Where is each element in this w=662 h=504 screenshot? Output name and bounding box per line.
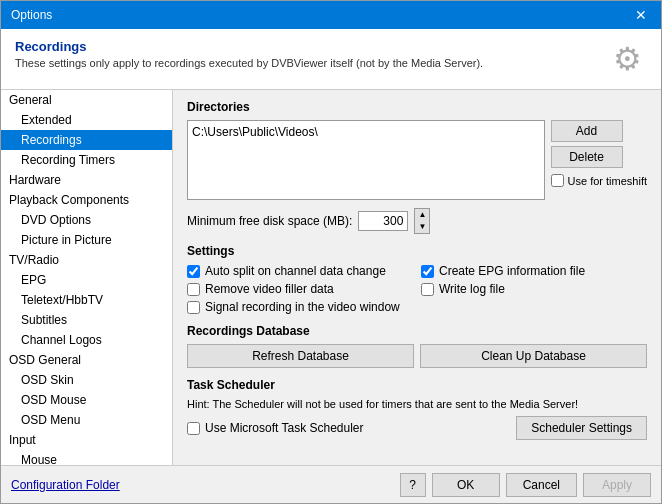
page-description: These settings only apply to recordings …: [15, 57, 483, 69]
bottom-bar: Configuration Folder ? OK Cancel Apply: [1, 465, 661, 503]
sidebar-item-osd-menu[interactable]: OSD Menu: [1, 410, 172, 430]
sidebar-item-picture-in-picture[interactable]: Picture in Picture: [1, 230, 172, 250]
directory-buttons: Add Delete Use for timeshift: [551, 120, 647, 187]
use-timeshift-text: Use for timeshift: [568, 175, 647, 187]
sidebar-item-extended[interactable]: Extended: [1, 110, 172, 130]
help-button[interactable]: ?: [400, 473, 426, 497]
sidebar-item-dvd-options[interactable]: DVD Options: [1, 210, 172, 230]
disk-space-label: Minimum free disk space (MB):: [187, 214, 352, 228]
ms-scheduler-label: Use Microsoft Task Scheduler: [205, 421, 364, 435]
hint-text: Hint: The Scheduler will not be used for…: [187, 398, 647, 410]
gear-icon: ⚙: [607, 39, 647, 79]
directory-entry: C:\Users\Public\Videos\: [192, 125, 540, 139]
remove-video-checkbox[interactable]: [187, 283, 200, 296]
header-area: Recordings These settings only apply to …: [1, 29, 661, 90]
use-timeshift-label[interactable]: Use for timeshift: [551, 174, 647, 187]
sidebar-item-hardware[interactable]: Hardware: [1, 170, 172, 190]
apply-button[interactable]: Apply: [583, 473, 651, 497]
disk-space-input[interactable]: [358, 211, 408, 231]
signal-recording-label: Signal recording in the video window: [205, 300, 400, 314]
sidebar-item-input[interactable]: Input: [1, 430, 172, 450]
sidebar-item-mouse[interactable]: Mouse: [1, 450, 172, 465]
cleanup-database-button[interactable]: Clean Up Database: [420, 344, 647, 368]
bottom-buttons: ? OK Cancel Apply: [400, 473, 651, 497]
write-log-checkbox[interactable]: [421, 283, 434, 296]
main-content: Directories C:\Users\Public\Videos\ Add …: [173, 90, 661, 465]
settings-title: Settings: [187, 244, 647, 258]
ms-scheduler-checkbox-item[interactable]: Use Microsoft Task Scheduler: [187, 421, 364, 435]
window-title: Options: [11, 8, 52, 22]
configuration-folder-link[interactable]: Configuration Folder: [11, 478, 120, 492]
header-text: Recordings These settings only apply to …: [15, 39, 483, 69]
sidebar-item-osd-mouse[interactable]: OSD Mouse: [1, 390, 172, 410]
bottom-left: Configuration Folder: [11, 478, 400, 492]
content-area: General Extended Recordings Recording Ti…: [1, 90, 661, 465]
spinner-down[interactable]: ▼: [415, 221, 429, 233]
close-button[interactable]: ✕: [631, 7, 651, 23]
page-title: Recordings: [15, 39, 483, 54]
directories-row: C:\Users\Public\Videos\ Add Delete Use f…: [187, 120, 647, 200]
auto-split-checkbox-item[interactable]: Auto split on channel data change: [187, 264, 413, 278]
sidebar-item-channel-logos[interactable]: Channel Logos: [1, 330, 172, 350]
scheduler-row: Use Microsoft Task Scheduler Scheduler S…: [187, 416, 647, 440]
sidebar-item-general[interactable]: General: [1, 90, 172, 110]
sidebar-item-osd-skin[interactable]: OSD Skin: [1, 370, 172, 390]
disk-space-row: Minimum free disk space (MB): ▲ ▼: [187, 208, 647, 234]
sidebar-item-epg[interactable]: EPG: [1, 270, 172, 290]
use-timeshift-checkbox[interactable]: [551, 174, 564, 187]
sidebar-item-teletext-hbbtv[interactable]: Teletext/HbbTV: [1, 290, 172, 310]
directories-title: Directories: [187, 100, 647, 114]
directories-section: Directories C:\Users\Public\Videos\ Add …: [187, 100, 647, 234]
settings-section: Settings Auto split on channel data chan…: [187, 244, 647, 314]
scheduler-settings-button[interactable]: Scheduler Settings: [516, 416, 647, 440]
remove-video-label: Remove video filler data: [205, 282, 334, 296]
disk-space-spinner: ▲ ▼: [414, 208, 430, 234]
create-epg-label: Create EPG information file: [439, 264, 585, 278]
ms-scheduler-checkbox[interactable]: [187, 422, 200, 435]
recordings-db-section: Recordings Database Refresh Database Cle…: [187, 324, 647, 368]
sidebar-item-recordings[interactable]: Recordings: [1, 130, 172, 150]
sidebar: General Extended Recordings Recording Ti…: [1, 90, 173, 465]
auto-split-label: Auto split on channel data change: [205, 264, 386, 278]
task-scheduler-section: Task Scheduler Hint: The Scheduler will …: [187, 378, 647, 440]
refresh-database-button[interactable]: Refresh Database: [187, 344, 414, 368]
auto-split-checkbox[interactable]: [187, 265, 200, 278]
delete-button[interactable]: Delete: [551, 146, 623, 168]
checkboxes-grid: Auto split on channel data change Create…: [187, 264, 647, 314]
recordings-db-title: Recordings Database: [187, 324, 647, 338]
add-button[interactable]: Add: [551, 120, 623, 142]
db-buttons-row: Refresh Database Clean Up Database: [187, 344, 647, 368]
task-scheduler-title: Task Scheduler: [187, 378, 647, 392]
create-epg-checkbox-item[interactable]: Create EPG information file: [421, 264, 647, 278]
scheduler-left: Use Microsoft Task Scheduler: [187, 421, 506, 435]
signal-recording-checkbox[interactable]: [187, 301, 200, 314]
write-log-checkbox-item[interactable]: Write log file: [421, 282, 647, 296]
options-window: Options ✕ Recordings These settings only…: [0, 0, 662, 504]
write-log-label: Write log file: [439, 282, 505, 296]
signal-recording-checkbox-item[interactable]: Signal recording in the video window: [187, 300, 647, 314]
remove-video-checkbox-item[interactable]: Remove video filler data: [187, 282, 413, 296]
ok-button[interactable]: OK: [432, 473, 500, 497]
sidebar-item-tv-radio[interactable]: TV/Radio: [1, 250, 172, 270]
sidebar-item-osd-general[interactable]: OSD General: [1, 350, 172, 370]
cancel-button[interactable]: Cancel: [506, 473, 577, 497]
directories-listbox[interactable]: C:\Users\Public\Videos\: [187, 120, 545, 200]
sidebar-item-recording-timers[interactable]: Recording Timers: [1, 150, 172, 170]
sidebar-item-playback-components[interactable]: Playback Components: [1, 190, 172, 210]
title-bar: Options ✕: [1, 1, 661, 29]
sidebar-item-subtitles[interactable]: Subtitles: [1, 310, 172, 330]
spinner-up[interactable]: ▲: [415, 209, 429, 221]
create-epg-checkbox[interactable]: [421, 265, 434, 278]
